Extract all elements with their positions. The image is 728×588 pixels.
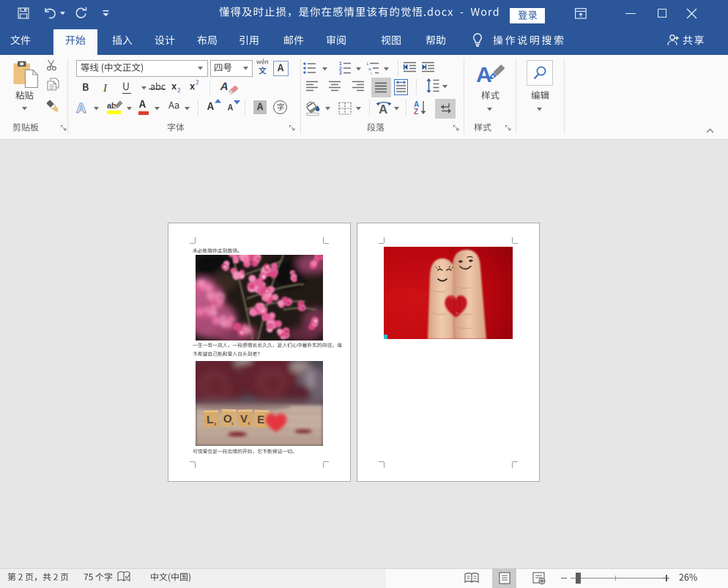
svg-text:L: L bbox=[207, 413, 214, 425]
svg-text:A: A bbox=[219, 80, 229, 92]
svg-text:2: 2 bbox=[214, 422, 216, 426]
svg-text:A: A bbox=[379, 103, 387, 116]
svg-text:4: 4 bbox=[248, 421, 250, 425]
svg-text:A: A bbox=[76, 100, 86, 116]
svg-text:1: 1 bbox=[366, 62, 369, 66]
svg-text:i: i bbox=[371, 71, 371, 75]
svg-text:a: a bbox=[368, 67, 371, 71]
svg-text:I: I bbox=[103, 82, 108, 94]
svg-text:V: V bbox=[240, 412, 248, 425]
svg-text:Z: Z bbox=[414, 108, 418, 116]
svg-text:3: 3 bbox=[339, 70, 342, 75]
svg-text:A: A bbox=[476, 62, 492, 86]
svg-text:E: E bbox=[257, 413, 264, 425]
svg-text:1: 1 bbox=[231, 421, 234, 425]
